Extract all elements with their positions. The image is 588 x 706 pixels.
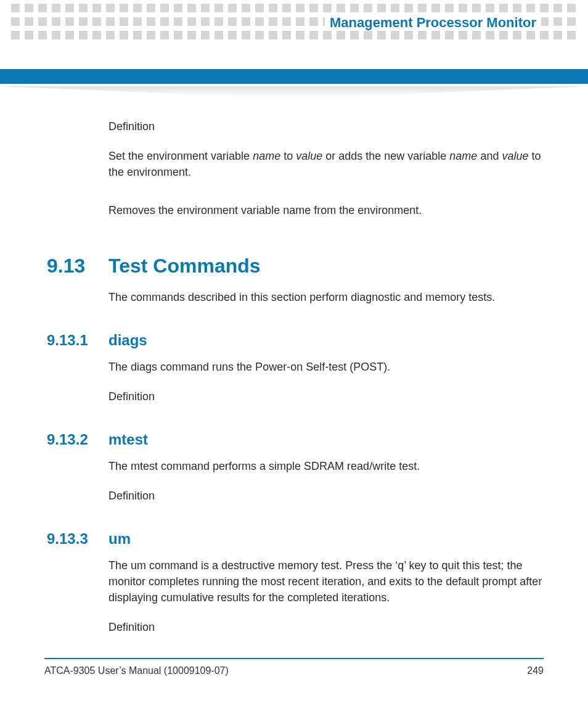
definition-label: Definition — [108, 488, 542, 504]
mtest-description: The mtest command performs a simple SDRA… — [108, 458, 542, 474]
heading-title: diags — [108, 332, 147, 348]
um-description: The um command is a destructive memory t… — [108, 557, 542, 605]
chapter-header: Management Processor Monitor — [325, 15, 541, 31]
heading-test-commands: 9.13 Test Commands — [108, 252, 542, 280]
heading-number: 9.13.2 — [47, 429, 102, 451]
header-blue-bar — [0, 69, 588, 84]
setenv-description: Set the environment variable name to val… — [108, 148, 542, 180]
heading-title: mtest — [108, 431, 148, 448]
footer-doc-title: ATCA-9305 User’s Manual (10009109-07) — [44, 665, 229, 676]
heading-title: um — [108, 530, 131, 547]
diags-description: The diags command runs the Power-on Self… — [108, 359, 542, 375]
definition-label: Definition — [108, 619, 542, 635]
page-footer: ATCA-9305 User’s Manual (10009109-07) 24… — [44, 658, 544, 676]
definition-label: Definition — [108, 388, 542, 404]
heading-number: 9.13 — [47, 252, 102, 280]
heading-title: Test Commands — [108, 255, 261, 277]
footer-page-number: 249 — [527, 665, 544, 676]
header-shadow — [0, 86, 588, 99]
heading-mtest: 9.13.2 mtest — [108, 429, 542, 451]
definition-label: Definition — [108, 118, 542, 134]
unsetenv-description: Removes the environment variable name fr… — [108, 202, 542, 218]
heading-um: 9.13.3 um — [108, 528, 542, 550]
heading-number: 9.13.3 — [47, 528, 102, 550]
heading-number: 9.13.1 — [47, 330, 102, 351]
test-commands-intro: The commands described in this section p… — [108, 289, 542, 305]
heading-diags: 9.13.1 diags — [108, 330, 542, 351]
